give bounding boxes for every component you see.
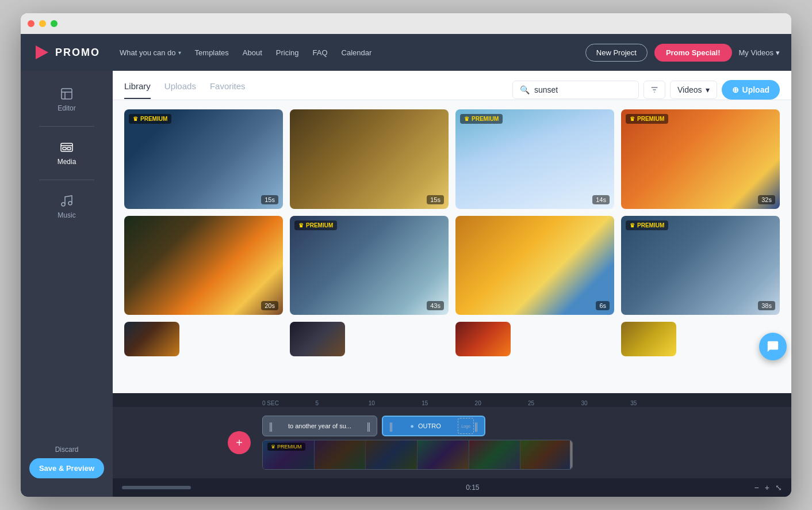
premium-strip-badge: ♛ PREMIUM — [267, 443, 305, 451]
premium-badge: ♛ PREMIUM — [460, 114, 503, 124]
tab-favorites[interactable]: Favorites — [210, 81, 246, 99]
tab-uploads[interactable]: Uploads — [164, 81, 196, 99]
save-preview-button[interactable]: Save & Preview — [29, 458, 104, 478]
search-box: 🔍 — [512, 81, 639, 99]
nav-calendar[interactable]: Calendar — [336, 45, 378, 60]
music-icon: ♪ — [60, 194, 74, 208]
logo-play-icon — [32, 43, 51, 62]
duration-badge: 20s — [261, 301, 278, 310]
search-input[interactable] — [534, 85, 631, 94]
list-item[interactable]: ♛ PREMIUM 15s — [124, 109, 283, 209]
strip-resize-handle[interactable] — [570, 440, 572, 469]
media-grid-area: ♛ PREMIUM 15s 15s — [113, 100, 791, 393]
tab-library[interactable]: Library — [124, 81, 151, 99]
duration-badge: 15s — [261, 195, 278, 204]
text-track-row: ‖ to another year of su... ‖ ‖ ● OUTRO — [262, 416, 780, 436]
video-strip[interactable]: ♛ PREMIUM — [262, 440, 573, 470]
crown-icon: ♛ — [298, 222, 304, 229]
time-display: 0:15 — [466, 484, 479, 492]
list-item[interactable]: 20s — [124, 216, 283, 315]
nav-templates[interactable]: Templates — [189, 45, 235, 60]
list-item[interactable]: ♛ PREMIUM 43s — [290, 216, 449, 315]
close-button[interactable] — [28, 20, 35, 27]
list-item[interactable]: 15s — [290, 109, 449, 209]
list-item[interactable]: ♛ PREMIUM 32s — [621, 109, 780, 209]
timeline-scrollbar[interactable] — [122, 486, 191, 489]
ruler-mark: 30 — [581, 400, 587, 406]
maximize-button[interactable] — [51, 20, 58, 27]
premium-badge: ♛ PREMIUM — [294, 220, 337, 230]
upload-button[interactable]: ⊕ Upload — [722, 80, 780, 100]
nav-what-you-can-do[interactable]: What you can do ▾ — [114, 45, 187, 60]
clip-handle-right[interactable]: ‖ — [474, 421, 478, 432]
duration-badge: 6s — [596, 301, 610, 310]
clip-handle-left[interactable]: ‖ — [269, 421, 273, 432]
card-overlay: ♛ PREMIUM 14s — [455, 109, 614, 209]
duration-badge: 14s — [592, 195, 610, 204]
card-overlay: 6s — [455, 216, 614, 315]
list-item[interactable]: ♛ PREMIUM 14s — [455, 109, 614, 209]
minimize-button[interactable] — [39, 20, 46, 27]
sidebar-divider — [39, 126, 94, 127]
nav-links: What you can do ▾ Templates About Pricin… — [114, 45, 572, 60]
duration-badge: 15s — [427, 195, 444, 204]
clip-handle-left[interactable]: ‖ — [389, 421, 393, 432]
timeline-ruler: 0 SEC 5 10 15 20 25 30 35 — [113, 393, 791, 407]
sidebar-item-music[interactable]: ♪ Music — [21, 187, 113, 226]
clip-handle-right[interactable]: ‖ — [366, 421, 371, 432]
list-item[interactable] — [455, 322, 511, 356]
list-item[interactable]: ♛ PREMIUM 38s — [621, 216, 780, 315]
list-item[interactable]: 6s — [455, 216, 614, 315]
premium-badge: ♛ PREMIUM — [129, 114, 171, 124]
type-dropdown[interactable]: Videos ▾ — [670, 81, 717, 99]
discard-button[interactable]: Discard — [55, 446, 79, 454]
card-overlay: ♛ PREMIUM 15s — [124, 109, 283, 209]
card-overlay: ♛ PREMIUM 32s — [621, 109, 780, 209]
premium-badge: ♛ PREMIUM — [626, 220, 668, 230]
ruler-mark: 5 — [315, 400, 319, 406]
strip-frame — [418, 440, 469, 469]
sidebar-item-editor[interactable]: Editor — [21, 80, 113, 119]
card-overlay: ♛ PREMIUM 43s — [290, 216, 449, 315]
zoom-out-button[interactable]: − — [754, 483, 759, 492]
logo-placeholder: Logo — [458, 418, 474, 434]
premium-badge: ♛ PREMIUM — [626, 114, 668, 124]
nav-about[interactable]: About — [237, 45, 268, 60]
my-videos-button[interactable]: My Videos ▾ — [739, 48, 780, 57]
filter-button[interactable] — [644, 81, 665, 99]
list-item[interactable] — [621, 322, 676, 356]
logo[interactable]: PROMO — [32, 43, 100, 62]
strip-frame — [469, 440, 521, 469]
promo-special-button[interactable]: Promo Special! — [654, 44, 732, 62]
list-item[interactable] — [290, 322, 345, 356]
zoom-in-button[interactable]: + — [765, 483, 769, 492]
timeline-tracks: ‖ to another year of su... ‖ ‖ ● OUTRO — [113, 407, 791, 478]
nav-actions: New Project Promo Special! My Videos ▾ — [585, 44, 780, 62]
nav-pricing[interactable]: Pricing — [270, 45, 305, 60]
svg-point-5 — [62, 203, 65, 206]
sidebar-item-media[interactable]: Media — [21, 134, 113, 173]
add-clip-button[interactable]: + — [228, 431, 251, 454]
ruler-mark: 15 — [422, 400, 428, 406]
ruler-mark: 35 — [630, 400, 637, 406]
new-project-button[interactable]: New Project — [585, 44, 648, 62]
chat-icon — [767, 340, 779, 353]
chat-button[interactable] — [759, 333, 787, 360]
titlebar — [21, 13, 791, 34]
card-overlay — [290, 322, 345, 356]
media-search-area: 🔍 Videos ▾ — [512, 80, 780, 100]
text-clip[interactable]: ‖ to another year of su... ‖ — [262, 416, 377, 436]
outro-clip[interactable]: ‖ ● OUTRO Logo ‖ — [382, 416, 485, 436]
media-icon — [60, 140, 74, 154]
strip-frame — [315, 440, 366, 469]
nav-faq[interactable]: FAQ — [307, 45, 334, 60]
card-overlay: ♛ PREMIUM 38s — [621, 216, 780, 315]
filter-icon — [650, 85, 659, 94]
crown-icon: ♛ — [271, 444, 275, 450]
sidebar-item-label: Editor — [58, 104, 75, 112]
list-item[interactable] — [124, 322, 179, 356]
expand-button[interactable]: ⤡ — [775, 483, 782, 492]
card-overlay: 20s — [124, 216, 283, 315]
svg-rect-3 — [63, 147, 66, 150]
search-icon: 🔍 — [520, 85, 530, 94]
